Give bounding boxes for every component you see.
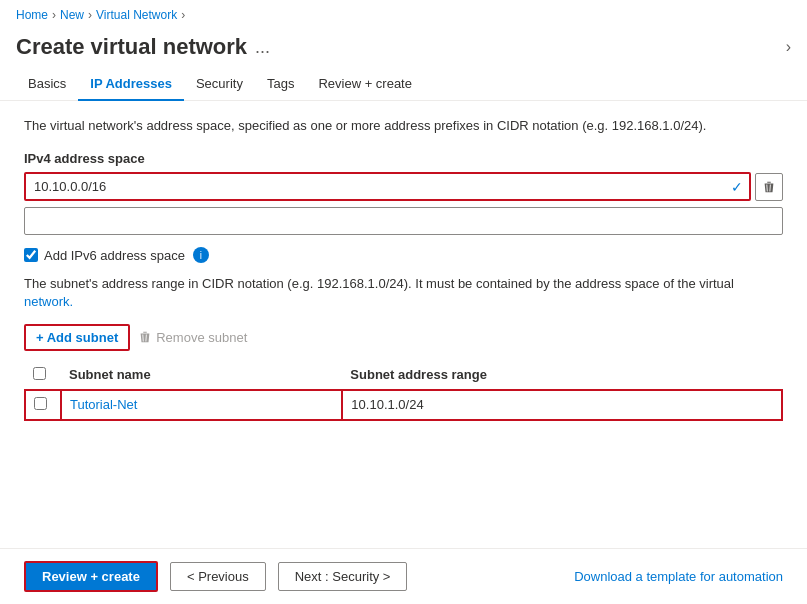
- breadcrumb-sep2: ›: [88, 8, 92, 22]
- delete-ipv4-button[interactable]: [755, 173, 783, 201]
- remove-subnet-label: Remove subnet: [156, 330, 247, 345]
- subnet-actions: + Add subnet Remove subnet: [24, 324, 783, 351]
- subnet-desc-link: network.: [24, 294, 73, 309]
- tab-basics[interactable]: Basics: [16, 68, 78, 101]
- ipv6-checkbox-label[interactable]: Add IPv6 address space: [44, 248, 185, 263]
- ipv4-label: IPv4 address space: [24, 151, 783, 166]
- table-header-range: Subnet address range: [342, 361, 782, 390]
- ipv6-checkbox-row: Add IPv6 address space i: [24, 247, 783, 263]
- table-header-checkbox: [25, 361, 61, 390]
- title-options-icon[interactable]: ...: [255, 37, 270, 58]
- subnet-name-link[interactable]: Tutorial-Net: [70, 397, 137, 412]
- subnet-range-cell: 10.10.1.0/24: [342, 390, 782, 420]
- expand-arrow-icon[interactable]: ›: [786, 38, 791, 56]
- previous-button[interactable]: < Previous: [170, 562, 266, 591]
- page-title-row: Create virtual network ... ›: [0, 30, 807, 68]
- tab-bar: Basics IP Addresses Security Tags Review…: [0, 68, 807, 101]
- table-header-row: Subnet name Subnet address range: [25, 361, 782, 390]
- ipv4-address-empty-input[interactable]: [24, 207, 783, 235]
- subnet-name-cell: Tutorial-Net: [61, 390, 342, 420]
- review-create-button[interactable]: Review + create: [24, 561, 158, 592]
- subnet-description: The subnet's address range in CIDR notat…: [24, 275, 783, 311]
- breadcrumb-new[interactable]: New: [60, 8, 84, 22]
- table-header-name: Subnet name: [61, 361, 342, 390]
- select-all-checkbox[interactable]: [33, 367, 46, 380]
- ipv6-info-icon[interactable]: i: [193, 247, 209, 263]
- ipv4-address-input[interactable]: [26, 174, 725, 199]
- breadcrumb-virtual-network[interactable]: Virtual Network: [96, 8, 177, 22]
- row-checkbox-cell: [25, 390, 61, 420]
- ipv4-address-row: ✓: [24, 172, 783, 201]
- download-template-link[interactable]: Download a template for automation: [574, 569, 783, 584]
- row-checkbox[interactable]: [34, 397, 47, 410]
- description-text: The virtual network's address space, spe…: [24, 117, 783, 135]
- tab-security[interactable]: Security: [184, 68, 255, 101]
- tab-ip-addresses[interactable]: IP Addresses: [78, 68, 184, 101]
- page-title: Create virtual network: [16, 34, 247, 60]
- breadcrumb: Home › New › Virtual Network ›: [0, 0, 807, 30]
- tab-tags[interactable]: Tags: [255, 68, 306, 101]
- add-subnet-button[interactable]: + Add subnet: [24, 324, 130, 351]
- footer: Review + create < Previous Next : Securi…: [0, 548, 807, 604]
- tab-review-create[interactable]: Review + create: [306, 68, 424, 101]
- trash-icon: [762, 180, 776, 194]
- ipv4-input-wrapper: ✓: [24, 172, 751, 201]
- main-content: The virtual network's address space, spe…: [0, 101, 807, 548]
- remove-subnet-button[interactable]: Remove subnet: [138, 330, 247, 345]
- breadcrumb-sep1: ›: [52, 8, 56, 22]
- input-checkmark-icon: ✓: [725, 179, 749, 195]
- next-security-button[interactable]: Next : Security >: [278, 562, 408, 591]
- subnet-table: Subnet name Subnet address range Tutoria…: [24, 361, 783, 421]
- remove-icon: [138, 330, 152, 344]
- breadcrumb-sep3: ›: [181, 8, 185, 22]
- ipv6-checkbox[interactable]: [24, 248, 38, 262]
- table-row: Tutorial-Net 10.10.1.0/24: [25, 390, 782, 420]
- breadcrumb-home[interactable]: Home: [16, 8, 48, 22]
- page-container: Home › New › Virtual Network › Create vi…: [0, 0, 807, 604]
